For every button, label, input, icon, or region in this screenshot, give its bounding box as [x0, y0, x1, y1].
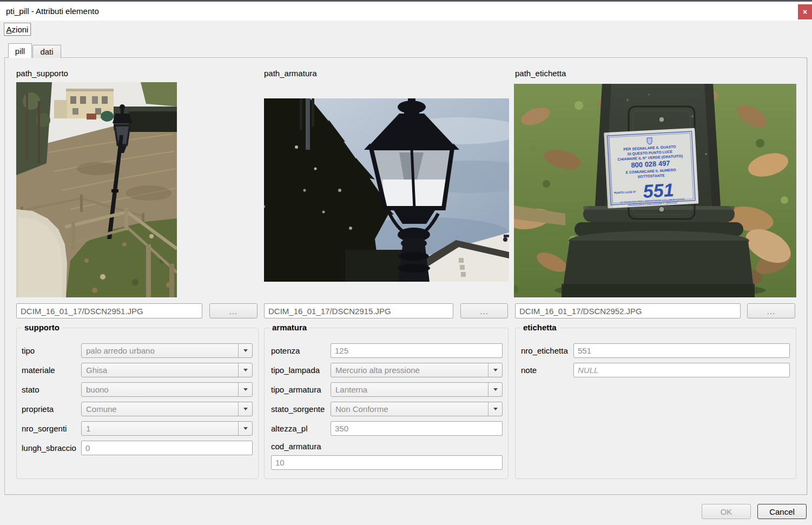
path-supporto-label: path_supporto: [16, 69, 68, 78]
chevron-down-icon: [488, 363, 502, 377]
photo-armatura: [264, 98, 509, 282]
proprieta-label: proprieta: [22, 404, 54, 414]
group-supporto-legend: supporto: [22, 323, 62, 332]
sticker: PER SEGNALARE IL GUASTO DI QUESTO PUNTO …: [604, 128, 698, 209]
chevron-down-icon: [238, 383, 252, 396]
netting: [129, 111, 177, 132]
photo-armatura-image: [264, 98, 509, 282]
browse-armatura-button[interactable]: ...: [460, 303, 508, 318]
note-input[interactable]: [573, 363, 790, 377]
tipo-armatura-select[interactable]: Lanterna: [331, 382, 503, 397]
stato-sorgente-value: Non Conforme: [335, 404, 388, 414]
menu-azioni-rest: zioni: [12, 25, 29, 34]
nro-sorgenti-value: 1: [86, 424, 90, 433]
tipo-lampada-label: tipo_lampada: [271, 365, 320, 375]
materiale-value: Ghisa: [86, 365, 107, 375]
chevron-down-icon: [238, 344, 252, 357]
tipo-value: palo arredo urbano: [86, 346, 155, 355]
menu-azioni[interactable]: Azioni: [4, 23, 31, 36]
tipo-lampada-value: Mercurio alta pressione: [335, 365, 420, 375]
nro-etichetta-input[interactable]: [573, 343, 790, 358]
proprieta-value: Comune: [86, 404, 117, 414]
tipo-select[interactable]: palo arredo urbano: [81, 343, 253, 358]
group-armatura-legend: armatura: [269, 323, 309, 332]
tipo-label: tipo: [22, 346, 35, 355]
chevron-down-icon: [238, 402, 252, 416]
path-supporto-input[interactable]: [16, 303, 202, 318]
materiale-label: materiale: [22, 365, 55, 375]
nro-sorgenti-label: nro_sorgenti: [22, 424, 67, 433]
close-button[interactable]: ×: [798, 4, 812, 19]
sticker-crest-icon: [647, 138, 652, 144]
trees-left: [16, 82, 52, 175]
browse-supporto-button[interactable]: ...: [209, 303, 258, 318]
tab-dati[interactable]: dati: [32, 45, 61, 58]
nro-sorgenti-select[interactable]: 1: [81, 421, 253, 436]
tab-pill[interactable]: pill: [8, 43, 32, 58]
tipo-lampada-select[interactable]: Mercurio alta pressione: [331, 363, 503, 377]
stato-value: buono: [86, 385, 109, 394]
nro-etichetta-label: nro_etichetta: [521, 346, 568, 355]
potenza-label: potenza: [271, 346, 300, 355]
altezza-pl-label: altezza_pl: [271, 424, 308, 433]
tipo-armatura-value: Lanterna: [335, 385, 367, 394]
photo-supporto: [16, 82, 177, 297]
materiale-select[interactable]: Ghisa: [81, 363, 253, 377]
proprieta-select[interactable]: Comune: [81, 402, 253, 416]
green-tarp: [101, 111, 114, 122]
tipo-armatura-label: tipo_armatura: [271, 385, 321, 394]
pole-background: [306, 98, 310, 150]
window-title: pti_pill - Attributi elemento: [6, 6, 99, 16]
stato-label: stato: [22, 385, 39, 394]
ok-button[interactable]: OK: [702, 504, 751, 519]
path-etichetta-label: path_etichetta: [515, 69, 566, 78]
lungh-sbraccio-input[interactable]: [81, 441, 253, 455]
chevron-down-icon: [238, 422, 252, 435]
cod-armatura-label: cod_armatura: [271, 442, 321, 451]
cancel-button[interactable]: Cancel: [757, 504, 807, 519]
chevron-down-icon: [488, 383, 502, 396]
chevron-down-icon: [238, 363, 252, 377]
group-etichetta-legend: etichetta: [520, 323, 559, 332]
path-armatura-label: path_armatura: [264, 69, 317, 78]
chevron-down-icon: [488, 402, 502, 416]
title-bar: pti_pill - Attributi elemento: [0, 2, 812, 21]
cod-armatura-input[interactable]: [271, 455, 503, 470]
path-etichetta-input[interactable]: [515, 303, 741, 318]
potenza-input[interactable]: [331, 343, 503, 358]
close-icon: ×: [803, 8, 807, 16]
stato-select[interactable]: buono: [81, 382, 253, 397]
photo-etichetta-image: PER SEGNALARE IL GUASTO DI QUESTO PUNTO …: [514, 84, 796, 297]
photo-etichetta: PER SEGNALARE IL GUASTO DI QUESTO PUNTO …: [514, 84, 796, 297]
stato-sorgente-label: stato_sorgente: [271, 404, 325, 414]
stato-sorgente-select[interactable]: Non Conforme: [331, 402, 503, 416]
attributes-dialog: pti_pill - Attributi elemento × Azioni p…: [0, 0, 812, 525]
lungh-sbraccio-label: lungh_sbraccio: [22, 443, 76, 453]
menu-azioni-mnemonic: A: [6, 25, 12, 34]
browse-etichetta-button[interactable]: ...: [747, 303, 795, 318]
path-armatura-input[interactable]: [264, 303, 453, 318]
altezza-pl-input[interactable]: [331, 421, 503, 436]
photo-supporto-image: [16, 82, 177, 297]
note-label: note: [521, 365, 537, 375]
